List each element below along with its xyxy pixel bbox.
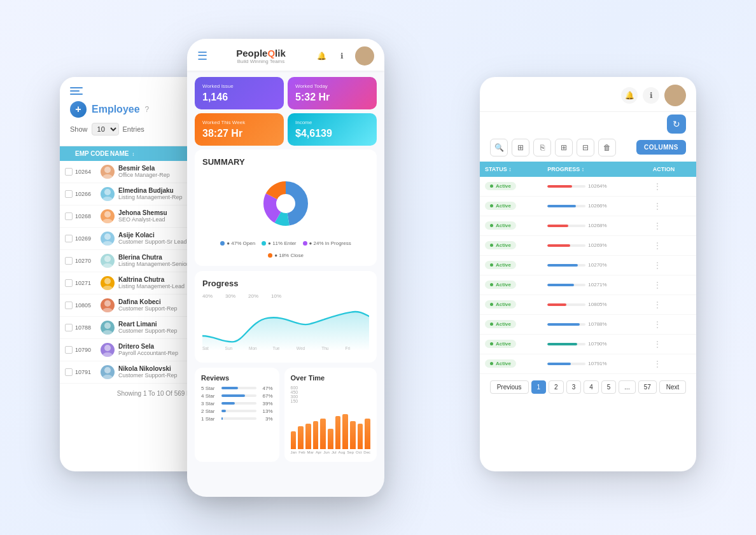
avatar: [101, 232, 115, 246]
ot-x-label: Jul: [332, 450, 337, 454]
svg-point-6: [104, 233, 111, 240]
emp-code-cell: 10788: [75, 324, 101, 331]
progress-cell: 10266%: [542, 196, 647, 216]
row-checkbox[interactable]: [65, 324, 73, 331]
add-button[interactable]: +: [70, 101, 87, 118]
row-checkbox[interactable]: [65, 212, 73, 220]
row-checkbox[interactable]: [65, 346, 73, 354]
page-button-3[interactable]: 3: [566, 380, 582, 394]
review-pct: 67%: [259, 393, 273, 399]
pb-track: [547, 303, 585, 306]
row-checkbox[interactable]: [65, 368, 73, 376]
svg-point-17: [102, 352, 113, 357]
bottom-grid: Reviews 5 Star 47% 4 Star 67% 3 Star 39%…: [195, 368, 377, 462]
action-menu[interactable]: ⋮: [653, 240, 662, 251]
review-bar-bg: [221, 394, 256, 397]
action-cell: ⋮: [648, 354, 696, 373]
table-row: Active 10266% ⋮: [480, 196, 696, 216]
emp-id: 10788%: [588, 321, 606, 327]
info-icon[interactable]: ℹ: [335, 48, 350, 64]
page-button-5[interactable]: 5: [601, 380, 617, 394]
review-bar: [221, 402, 235, 405]
review-label: 2 Star: [201, 408, 219, 414]
row-checkbox[interactable]: [65, 279, 73, 287]
svg-point-14: [104, 323, 111, 329]
page-button-2[interactable]: 2: [549, 380, 564, 394]
copy-button[interactable]: ⎘: [533, 139, 551, 156]
progress-bar-right: 10264%: [547, 183, 642, 189]
svg-point-4: [104, 211, 111, 218]
row-checkbox[interactable]: [65, 168, 73, 176]
action-menu[interactable]: ⋮: [653, 359, 662, 369]
summary-title: SUMMARY: [202, 157, 369, 167]
page-button-...[interactable]: ...: [619, 380, 635, 394]
pb-fill: [547, 343, 577, 345]
bell-icon-right[interactable]: 🔔: [621, 87, 638, 104]
status-dot: [490, 362, 493, 365]
action-cell: ⋮: [648, 295, 696, 314]
pdf-button[interactable]: ⊟: [577, 139, 594, 156]
action-menu[interactable]: ⋮: [653, 201, 662, 211]
bar-col: [358, 424, 363, 448]
row-checkbox[interactable]: [65, 190, 73, 198]
svg-text:Fri: Fri: [346, 345, 351, 350]
bell-icon[interactable]: 🔔: [314, 48, 330, 64]
stat-card: Worked This Week 38:27 Hr: [195, 113, 284, 146]
progress-bar-right: 10270%: [547, 262, 642, 268]
ot-x-label: Feb: [298, 450, 305, 454]
stat-value: 5:32 Hr: [295, 92, 369, 103]
avatar: [101, 365, 115, 379]
status-cell: Active: [480, 334, 542, 354]
entries-label: Entries: [123, 125, 144, 133]
status-badge: Active: [485, 221, 516, 230]
row-checkbox[interactable]: [65, 257, 73, 265]
page-button-4[interactable]: 4: [584, 380, 599, 394]
ot-x-label: Mar: [307, 450, 314, 454]
emp-id: 10266%: [588, 203, 606, 209]
prev-button[interactable]: Previous: [490, 380, 529, 394]
svg-point-9: [102, 263, 113, 268]
page-button-1[interactable]: 1: [531, 380, 547, 394]
help-icon[interactable]: ?: [145, 105, 150, 114]
pb-track: [547, 323, 585, 326]
ot-x-label: Jun: [323, 450, 330, 454]
pb-track: [547, 284, 585, 286]
status-badge: Active: [485, 320, 516, 328]
delete-button[interactable]: 🗑: [598, 139, 616, 156]
action-menu[interactable]: ⋮: [653, 280, 662, 290]
table-row: Active 10790% ⋮: [480, 334, 696, 354]
refresh-button[interactable]: ↻: [667, 115, 686, 134]
col-progress: PROGRESS ↕: [542, 162, 647, 177]
search-button[interactable]: 🔍: [490, 139, 508, 156]
action-menu[interactable]: ⋮: [653, 339, 662, 349]
status-dot: [490, 263, 493, 267]
emp-id: 10269%: [588, 242, 606, 248]
action-menu[interactable]: ⋮: [653, 300, 662, 310]
action-menu[interactable]: ⋮: [653, 260, 662, 270]
emp-code-cell: 10269: [75, 235, 101, 242]
action-menu[interactable]: ⋮: [653, 181, 662, 191]
excel-button[interactable]: ⊞: [555, 139, 573, 156]
emp-id: 10791%: [588, 361, 606, 366]
user-avatar-right[interactable]: [664, 85, 686, 106]
row-checkbox[interactable]: [65, 235, 73, 242]
row-checkbox[interactable]: [65, 302, 73, 309]
entries-select[interactable]: 10 25 50: [92, 123, 119, 135]
table-row: Active 10271% ⋮: [480, 275, 696, 295]
next-button[interactable]: Next: [659, 380, 687, 394]
status-dot: [490, 283, 493, 286]
action-menu[interactable]: ⋮: [653, 221, 662, 231]
user-avatar[interactable]: [355, 46, 374, 66]
menu-icon[interactable]: [70, 87, 83, 95]
info-icon-right[interactable]: ℹ: [643, 87, 659, 104]
page-button-57[interactable]: 57: [638, 380, 657, 394]
status-cell: Active: [480, 354, 542, 373]
filter-button[interactable]: ⊞: [512, 139, 529, 156]
hamburger-icon[interactable]: ☰: [197, 49, 207, 63]
review-bar: [221, 410, 226, 412]
svg-point-7: [102, 241, 113, 246]
stat-card: Worked Issue 1,146: [195, 77, 284, 109]
action-menu[interactable]: ⋮: [653, 319, 662, 330]
columns-button[interactable]: COLUMNS: [636, 140, 686, 155]
review-pct: 47%: [259, 386, 273, 391]
